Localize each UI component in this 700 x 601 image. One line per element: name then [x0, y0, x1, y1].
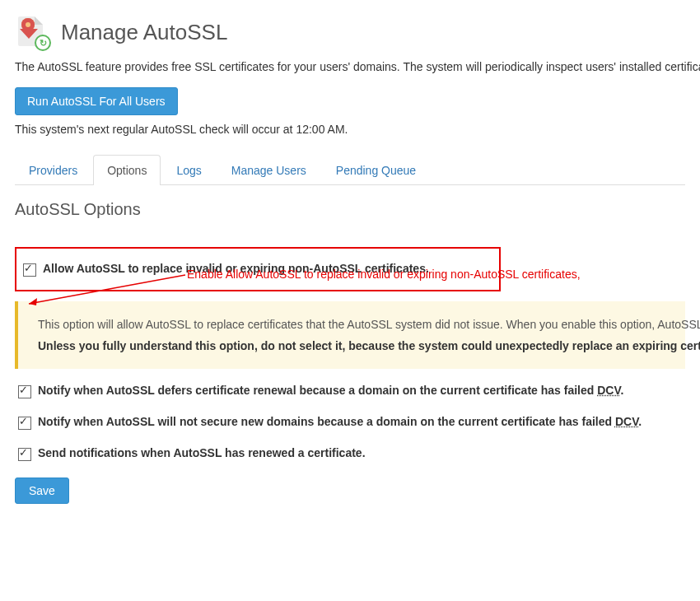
- highlighted-option-box: Allow AutoSSL to replace invalid or expi…: [15, 247, 501, 291]
- section-title: AutoSSL Options: [15, 200, 685, 219]
- info-text: This option will allow AutoSSL to replac…: [38, 318, 674, 331]
- tab-manage-users[interactable]: Manage Users: [217, 155, 320, 185]
- schedule-text: This system's next regular AutoSSL check…: [15, 120, 685, 140]
- checkbox-notify-nosecure[interactable]: [18, 417, 31, 430]
- checkbox-notify-defer-label: Notify when AutoSSL defers certificate r…: [38, 384, 623, 397]
- checkbox-notify-renewed-label: Send notifications when AutoSSL has rene…: [38, 446, 366, 459]
- checkbox-replace-cert[interactable]: [23, 263, 36, 277]
- tab-options[interactable]: Options: [93, 155, 161, 185]
- checkbox-notify-renewed[interactable]: [18, 448, 31, 461]
- dcv-abbrev: DCV: [615, 415, 638, 428]
- checkbox-notify-nosecure-label: Notify when AutoSSL will not secure new …: [38, 415, 642, 428]
- tab-bar: Providers Options Logs Manage Users Pend…: [15, 155, 685, 185]
- tab-providers[interactable]: Providers: [15, 155, 91, 185]
- replace-cert-info-box: This option will allow AutoSSL to replac…: [15, 301, 685, 369]
- checkbox-replace-cert-label: Allow AutoSSL to replace invalid or expi…: [43, 262, 429, 275]
- tab-pending-queue[interactable]: Pending Queue: [322, 155, 430, 185]
- autossl-app-icon: ↻: [15, 15, 49, 49]
- refresh-badge-icon: ↻: [35, 35, 51, 51]
- info-warning: Unless you fully understand this option,…: [38, 339, 674, 352]
- tab-logs[interactable]: Logs: [162, 155, 215, 185]
- save-button[interactable]: Save: [15, 478, 69, 504]
- page-title: Manage AutoSSL: [61, 20, 227, 45]
- checkbox-notify-defer[interactable]: [18, 385, 31, 398]
- page-description: The AutoSSL feature provides free SSL ce…: [15, 58, 685, 77]
- dcv-abbrev: DCV: [597, 384, 620, 397]
- run-autossl-all-button[interactable]: Run AutoSSL For All Users: [15, 87, 178, 115]
